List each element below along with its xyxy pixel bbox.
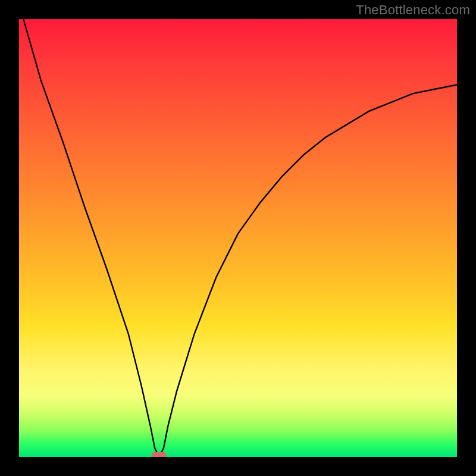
watermark-text: TheBottleneck.com — [356, 2, 470, 18]
chart-frame: TheBottleneck.com — [0, 0, 476, 476]
curve-svg — [19, 19, 457, 457]
minimum-marker — [152, 452, 167, 457]
plot-area — [19, 19, 457, 457]
bottleneck-curve — [23, 19, 457, 457]
